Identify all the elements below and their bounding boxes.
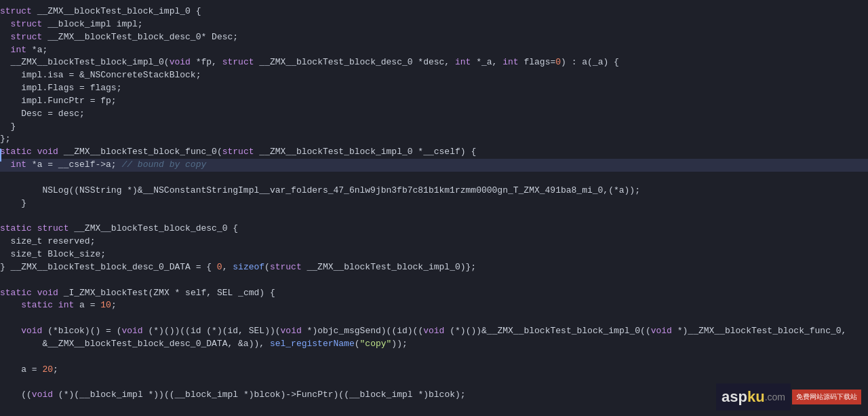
code-line-6: impl.isa = &_NSConcreteStackBlock;	[0, 69, 868, 82]
code-line-14	[0, 172, 868, 185]
code-line-5: __ZMX__blockTest_block_impl_0(void *fp, …	[0, 56, 868, 69]
code-line-13: int *a = __cself->a; // bound by copy	[0, 159, 868, 172]
code-line-29: a = 20;	[0, 364, 868, 377]
code-line-27: &__ZMX__blockTest_block_desc_0_DATA, &a)…	[0, 338, 868, 351]
code-line-10: }	[0, 121, 868, 134]
code-line-1: struct __ZMX__blockTest_block_impl_0 {	[0, 5, 868, 18]
code-line-25	[0, 312, 868, 325]
code-line-22	[0, 274, 868, 287]
code-line-11: };	[0, 133, 868, 146]
code-line-15: NSLog((NSString *)&__NSConstantStringImp…	[0, 185, 868, 197]
code-line-3: struct __ZMX__blockTest_block_desc_0* De…	[0, 31, 868, 44]
code-line-12: static void __ZMX__blockTest_block_func_…	[0, 146, 868, 159]
code-line-21: } __ZMX__blockTest_block_desc_0_DATA = {…	[0, 261, 868, 274]
code-line-8: impl.FuncPtr = fp;	[0, 95, 868, 108]
code-line-19: size_t reserved;	[0, 235, 868, 248]
watermark: aspku .com 免费网站源码下载站	[716, 383, 861, 411]
code-line-7: impl.Flags = flags;	[0, 82, 868, 95]
code-line-24: static int a = 10;	[0, 299, 868, 312]
active-line-indicator	[0, 149, 1, 162]
code-line-23: static void _I_ZMX_blockTest(ZMX * self,…	[0, 287, 868, 300]
code-line-2: struct __block_impl impl;	[0, 18, 868, 31]
code-line-17	[0, 210, 868, 223]
watermark-subtitle: 免费网站源码下载站	[796, 393, 857, 400]
code-line-28	[0, 351, 868, 364]
code-line-26: void (*blcok)() = (void (*)())((id (*)(i…	[0, 325, 868, 338]
code-line-20: size_t Block_size;	[0, 248, 868, 261]
code-editor: struct __ZMX__blockTest_block_impl_0 { s…	[0, 0, 868, 416]
code-line-18: static struct __ZMX__blockTest_block_des…	[0, 223, 868, 235]
watermark-domain: .com	[765, 390, 785, 404]
watermark-logo: aspku	[722, 386, 765, 408]
code-line-16: }	[0, 197, 868, 210]
code-line-9: Desc = desc;	[0, 108, 868, 121]
code-line-4: int *a;	[0, 44, 868, 57]
